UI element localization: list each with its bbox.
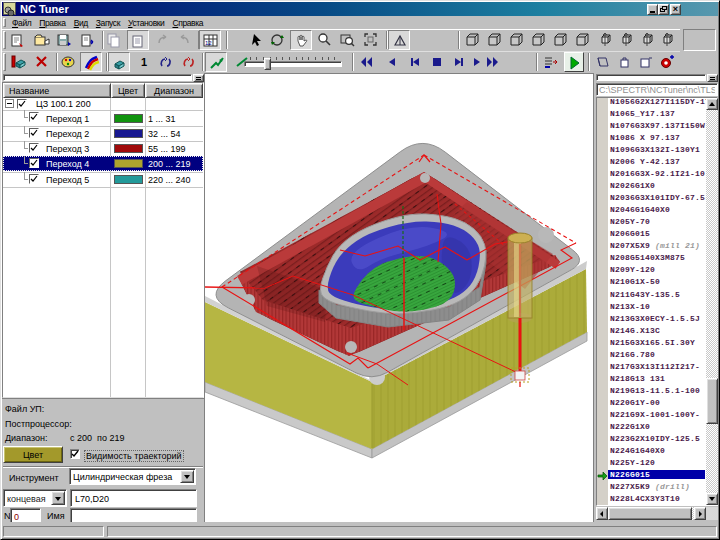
svg-text:1: 1	[141, 56, 147, 68]
svg-text:12: 12	[205, 40, 212, 46]
